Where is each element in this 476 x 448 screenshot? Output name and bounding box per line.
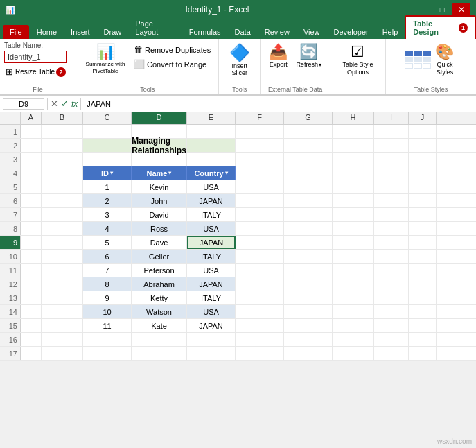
ribbon-body: Table Name: ⊞ Resize Table 2 File 📊 Summ… <box>0 39 476 96</box>
table-data-row: 95DaveJAPAN <box>0 236 476 250</box>
table-data-row: 1511KateJAPAN <box>0 319 476 333</box>
tab-insert[interactable]: Insert <box>64 25 97 39</box>
table-styles-group: 🎨 Quick Styles Table Styles <box>386 39 476 94</box>
resize-table-btn[interactable]: ⊞ Resize Table 2 <box>4 66 71 78</box>
col-header-j: J <box>409 112 437 124</box>
tools-group: 📊 Summarize with PivotTable 🗑 Remove Dup… <box>76 39 219 94</box>
tab-draw[interactable]: Draw <box>97 25 129 39</box>
table-name-label: Table Name: <box>4 42 71 49</box>
col-header-c: C <box>83 112 132 124</box>
table-data-row: 128AbrahamJAPAN <box>0 277 476 291</box>
col-header-e: E <box>187 112 236 124</box>
row-number: 1 <box>0 125 21 138</box>
row-number: 3 <box>0 153 21 166</box>
cancel-formula-icon[interactable]: ✕ <box>51 98 58 109</box>
tab-developer[interactable]: Developer <box>327 25 376 39</box>
export-btn[interactable]: 📤 Export <box>266 42 290 69</box>
table-style-options-group: ☑ Table Style Options <box>330 39 386 94</box>
tab-help[interactable]: Help <box>376 25 405 39</box>
table-data-row: 84RossUSA <box>0 222 476 236</box>
col-header-d: D <box>132 112 187 124</box>
table-row: 3 <box>0 153 476 166</box>
table-row: 1 <box>0 125 476 139</box>
tab-review[interactable]: Review <box>258 25 297 39</box>
badge-1: 1 <box>459 23 468 33</box>
table-data-row: 139KettyITALY <box>0 291 476 305</box>
tab-file[interactable]: File <box>3 25 29 39</box>
col-header-a: A <box>21 112 42 124</box>
maximize-btn[interactable]: □ <box>433 3 451 17</box>
formula-bar: ✕ ✓ fx <box>0 96 476 112</box>
title-bar-text: Identity_1 - Excel <box>21 5 414 15</box>
table-styles-label: Table Styles <box>386 86 476 93</box>
convert-icon: ⬜ <box>134 59 145 69</box>
col-header-b: B <box>42 112 83 124</box>
table-data-row: 106GellerITALY <box>0 250 476 264</box>
col-header-h: H <box>333 112 374 124</box>
pivot-icon: 📊 <box>96 43 115 61</box>
table-row: 17 <box>0 347 476 361</box>
ribbon-tabs: File Home Insert Draw Page Layout Formul… <box>0 19 476 39</box>
formula-input[interactable] <box>84 100 473 108</box>
resize-icon: ⊞ <box>6 67 13 77</box>
style-options-icon: ☑ <box>351 43 364 61</box>
table-row: 16 <box>0 333 476 347</box>
external-data-label: External Table Data <box>261 86 330 93</box>
summarize-pivot-btn[interactable]: 📊 Summarize with PivotTable <box>82 42 129 76</box>
remove-dup-icon: 🗑 <box>134 44 143 55</box>
slicer-icon: 🔷 <box>229 43 250 62</box>
insert-slicer-group: 🔷 Insert Slicer Tools <box>219 39 261 94</box>
column-headers: A B C D E F G H I J <box>0 112 476 125</box>
tab-home[interactable]: Home <box>30 25 64 39</box>
tools-label: Tools <box>76 86 218 93</box>
table-data-row: 117PetersonUSA <box>0 264 476 277</box>
rows-container: 12Managing Relationships34ID▾Name▾Countr… <box>0 125 476 361</box>
tab-page-layout[interactable]: Page Layout <box>128 17 182 39</box>
row-number: 17 <box>0 347 21 360</box>
properties-group: Table Name: ⊞ Resize Table 2 File <box>0 39 76 94</box>
confirm-formula-icon[interactable]: ✓ <box>61 98 69 109</box>
insert-function-icon[interactable]: fx <box>71 99 78 109</box>
table-style-preview <box>405 51 431 69</box>
remove-duplicates-btn[interactable]: 🗑 Remove Duplicates <box>132 43 213 56</box>
table-data-row: 62JohnJAPAN <box>0 194 476 208</box>
row-number: 16 <box>0 333 21 346</box>
title-row: 2Managing Relationships <box>0 139 476 153</box>
tab-table-design[interactable]: Table Design 1 <box>405 15 476 39</box>
insert-slicer-btn[interactable]: 🔷 Insert Slicer <box>227 42 253 78</box>
refresh-icon: 🔄 <box>299 43 318 61</box>
close-btn[interactable]: ✕ <box>452 3 470 17</box>
badge-2: 2 <box>56 67 66 77</box>
table-data-row: 51KevinUSA <box>0 180 476 194</box>
tab-data[interactable]: Data <box>228 25 258 39</box>
properties-label: File <box>0 86 76 93</box>
tab-view[interactable]: View <box>297 25 327 39</box>
tools-group-content: 📊 Summarize with PivotTable 🗑 Remove Dup… <box>82 42 213 76</box>
spreadsheet: A B C D E F G H I J 12Managing Relations… <box>0 112 476 361</box>
minimize-btn[interactable]: ─ <box>414 3 432 17</box>
cell-reference-input[interactable] <box>3 98 44 110</box>
watermark: wsxdn.com <box>437 438 472 445</box>
external-data-group: 📤 Export 🔄 Refresh▾ External Table Data <box>261 39 330 94</box>
convert-range-btn[interactable]: ⬜ Convert to Range <box>132 58 213 71</box>
quick-styles-icon: 🎨 <box>435 43 454 61</box>
col-header-f: F <box>236 112 284 124</box>
refresh-btn[interactable]: 🔄 Refresh▾ <box>293 42 324 69</box>
col-header-i: I <box>374 112 409 124</box>
table-data-row: 73DavidITALY <box>0 208 476 222</box>
quick-styles-btn[interactable]: 🎨 Quick Styles <box>432 42 457 78</box>
col-header-g: G <box>284 112 333 124</box>
table-name-input[interactable] <box>4 51 67 63</box>
export-icon: 📤 <box>269 43 288 61</box>
tab-formulas[interactable]: Formulas <box>182 25 228 39</box>
table-style-options-btn[interactable]: ☑ Table Style Options <box>340 42 376 78</box>
slicer-group-label: Tools <box>219 86 260 93</box>
table-header-row: 4ID▾Name▾Country▾ <box>0 166 476 180</box>
table-data-row: 1410WatsonUSA <box>0 305 476 319</box>
